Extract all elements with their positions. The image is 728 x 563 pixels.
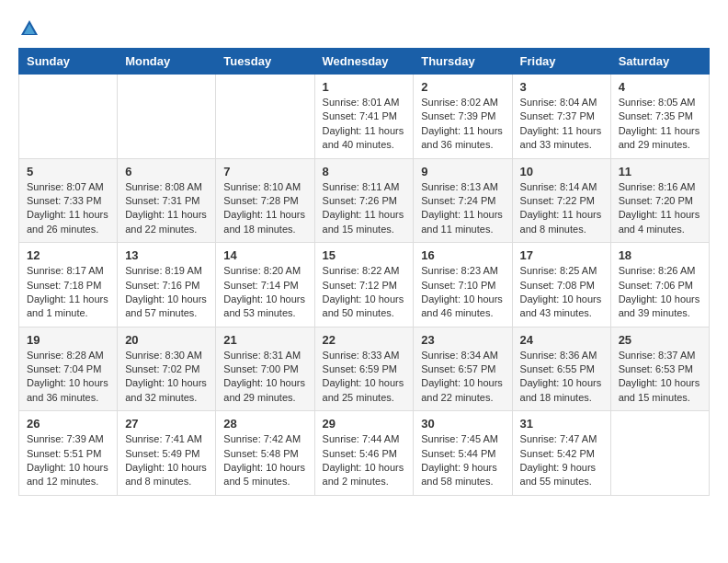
calendar-cell: 15Sunrise: 8:22 AM Sunset: 7:12 PM Dayli… xyxy=(314,243,414,327)
calendar-cell: 31Sunrise: 7:47 AM Sunset: 5:42 PM Dayli… xyxy=(512,411,610,496)
day-info: Sunrise: 8:33 AM Sunset: 6:59 PM Dayligh… xyxy=(323,349,406,406)
day-number: 25 xyxy=(619,333,701,347)
day-info: Sunrise: 8:23 AM Sunset: 7:10 PM Dayligh… xyxy=(421,264,504,321)
day-number: 18 xyxy=(619,248,701,262)
calendar-cell xyxy=(118,75,216,159)
day-number: 1 xyxy=(323,80,406,94)
weekday-friday: Friday xyxy=(512,49,610,75)
day-info: Sunrise: 8:16 AM Sunset: 7:20 PM Dayligh… xyxy=(619,180,701,237)
logo xyxy=(18,18,40,39)
day-info: Sunrise: 7:44 AM Sunset: 5:46 PM Dayligh… xyxy=(323,432,406,489)
day-number: 5 xyxy=(27,165,109,178)
weekday-tuesday: Tuesday xyxy=(216,49,314,75)
calendar-cell: 16Sunrise: 8:23 AM Sunset: 7:10 PM Dayli… xyxy=(414,243,512,327)
day-number: 6 xyxy=(125,165,208,178)
day-info: Sunrise: 8:14 AM Sunset: 7:22 PM Dayligh… xyxy=(520,180,603,237)
day-info: Sunrise: 8:10 AM Sunset: 7:28 PM Dayligh… xyxy=(223,180,306,237)
calendar-cell: 1Sunrise: 8:01 AM Sunset: 7:41 PM Daylig… xyxy=(314,75,414,159)
calendar-cell: 11Sunrise: 8:16 AM Sunset: 7:20 PM Dayli… xyxy=(610,158,709,243)
day-number: 28 xyxy=(223,417,306,431)
calendar-cell: 18Sunrise: 8:26 AM Sunset: 7:06 PM Dayli… xyxy=(610,243,709,327)
day-number: 17 xyxy=(520,248,603,262)
day-number: 20 xyxy=(125,333,208,347)
day-number: 22 xyxy=(323,333,406,347)
weekday-saturday: Saturday xyxy=(610,49,709,75)
day-number: 21 xyxy=(223,333,306,347)
day-info: Sunrise: 8:11 AM Sunset: 7:26 PM Dayligh… xyxy=(323,180,406,237)
calendar-cell: 29Sunrise: 7:44 AM Sunset: 5:46 PM Dayli… xyxy=(314,411,414,496)
day-info: Sunrise: 8:31 AM Sunset: 7:00 PM Dayligh… xyxy=(223,349,306,406)
day-info: Sunrise: 8:20 AM Sunset: 7:14 PM Dayligh… xyxy=(223,264,306,321)
day-info: Sunrise: 7:41 AM Sunset: 5:49 PM Dayligh… xyxy=(125,432,208,489)
calendar-week-3: 12Sunrise: 8:17 AM Sunset: 7:18 PM Dayli… xyxy=(19,243,710,327)
day-number: 4 xyxy=(619,80,701,94)
day-info: Sunrise: 7:45 AM Sunset: 5:44 PM Dayligh… xyxy=(421,432,504,489)
day-info: Sunrise: 8:26 AM Sunset: 7:06 PM Dayligh… xyxy=(619,264,701,321)
day-number: 9 xyxy=(421,165,504,178)
day-number: 8 xyxy=(323,165,406,178)
day-number: 11 xyxy=(619,165,701,178)
calendar-cell: 5Sunrise: 8:07 AM Sunset: 7:33 PM Daylig… xyxy=(19,158,118,243)
calendar-cell xyxy=(216,75,314,159)
day-number: 15 xyxy=(323,248,406,262)
calendar-table: SundayMondayTuesdayWednesdayThursdayFrid… xyxy=(18,48,710,496)
calendar-body: 1Sunrise: 8:01 AM Sunset: 7:41 PM Daylig… xyxy=(19,75,710,496)
calendar-week-4: 19Sunrise: 8:28 AM Sunset: 7:04 PM Dayli… xyxy=(19,327,710,411)
day-number: 19 xyxy=(27,333,109,347)
day-info: Sunrise: 8:02 AM Sunset: 7:39 PM Dayligh… xyxy=(421,96,504,153)
calendar-cell: 21Sunrise: 8:31 AM Sunset: 7:00 PM Dayli… xyxy=(216,327,314,411)
day-number: 27 xyxy=(125,417,208,431)
day-number: 12 xyxy=(27,248,109,262)
day-info: Sunrise: 7:47 AM Sunset: 5:42 PM Dayligh… xyxy=(520,432,603,489)
day-number: 23 xyxy=(421,333,504,347)
day-info: Sunrise: 8:30 AM Sunset: 7:02 PM Dayligh… xyxy=(125,349,208,406)
day-info: Sunrise: 8:01 AM Sunset: 7:41 PM Dayligh… xyxy=(323,96,406,153)
day-info: Sunrise: 8:19 AM Sunset: 7:16 PM Dayligh… xyxy=(125,264,208,321)
calendar-cell: 13Sunrise: 8:19 AM Sunset: 7:16 PM Dayli… xyxy=(118,243,216,327)
calendar-cell: 28Sunrise: 7:42 AM Sunset: 5:48 PM Dayli… xyxy=(216,411,314,496)
day-info: Sunrise: 8:13 AM Sunset: 7:24 PM Dayligh… xyxy=(421,180,504,237)
calendar-cell: 14Sunrise: 8:20 AM Sunset: 7:14 PM Dayli… xyxy=(216,243,314,327)
calendar-cell: 17Sunrise: 8:25 AM Sunset: 7:08 PM Dayli… xyxy=(512,243,610,327)
logo-text xyxy=(18,18,40,39)
calendar-cell: 24Sunrise: 8:36 AM Sunset: 6:55 PM Dayli… xyxy=(512,327,610,411)
day-number: 31 xyxy=(520,417,603,431)
day-info: Sunrise: 8:25 AM Sunset: 7:08 PM Dayligh… xyxy=(520,264,603,321)
day-info: Sunrise: 8:37 AM Sunset: 6:53 PM Dayligh… xyxy=(619,349,701,406)
day-info: Sunrise: 7:39 AM Sunset: 5:51 PM Dayligh… xyxy=(27,432,109,489)
day-number: 24 xyxy=(520,333,603,347)
day-number: 13 xyxy=(125,248,208,262)
logo-icon xyxy=(19,18,40,39)
weekday-monday: Monday xyxy=(118,49,216,75)
day-number: 10 xyxy=(520,165,603,178)
day-number: 16 xyxy=(421,248,504,262)
page-header xyxy=(18,18,710,39)
day-info: Sunrise: 8:05 AM Sunset: 7:35 PM Dayligh… xyxy=(619,96,701,153)
day-info: Sunrise: 8:07 AM Sunset: 7:33 PM Dayligh… xyxy=(27,180,109,237)
day-info: Sunrise: 8:04 AM Sunset: 7:37 PM Dayligh… xyxy=(520,96,603,153)
calendar-cell: 8Sunrise: 8:11 AM Sunset: 7:26 PM Daylig… xyxy=(314,158,414,243)
calendar-cell: 9Sunrise: 8:13 AM Sunset: 7:24 PM Daylig… xyxy=(414,158,512,243)
day-number: 2 xyxy=(421,80,504,94)
weekday-sunday: Sunday xyxy=(19,49,118,75)
calendar-cell: 6Sunrise: 8:08 AM Sunset: 7:31 PM Daylig… xyxy=(118,158,216,243)
calendar-cell xyxy=(610,411,709,496)
day-info: Sunrise: 8:34 AM Sunset: 6:57 PM Dayligh… xyxy=(421,349,504,406)
calendar-cell: 3Sunrise: 8:04 AM Sunset: 7:37 PM Daylig… xyxy=(512,75,610,159)
day-info: Sunrise: 8:17 AM Sunset: 7:18 PM Dayligh… xyxy=(27,264,109,321)
calendar-cell xyxy=(19,75,118,159)
calendar-cell: 25Sunrise: 8:37 AM Sunset: 6:53 PM Dayli… xyxy=(610,327,709,411)
day-number: 30 xyxy=(421,417,504,431)
day-number: 26 xyxy=(27,417,109,431)
day-info: Sunrise: 8:36 AM Sunset: 6:55 PM Dayligh… xyxy=(520,349,603,406)
calendar-cell: 7Sunrise: 8:10 AM Sunset: 7:28 PM Daylig… xyxy=(216,158,314,243)
calendar-cell: 27Sunrise: 7:41 AM Sunset: 5:49 PM Dayli… xyxy=(118,411,216,496)
day-number: 14 xyxy=(223,248,306,262)
day-info: Sunrise: 7:42 AM Sunset: 5:48 PM Dayligh… xyxy=(223,432,306,489)
day-info: Sunrise: 8:28 AM Sunset: 7:04 PM Dayligh… xyxy=(27,349,109,406)
day-info: Sunrise: 8:08 AM Sunset: 7:31 PM Dayligh… xyxy=(125,180,208,237)
day-number: 7 xyxy=(223,165,306,178)
calendar-week-1: 1Sunrise: 8:01 AM Sunset: 7:41 PM Daylig… xyxy=(19,75,710,159)
day-number: 29 xyxy=(323,417,406,431)
calendar-cell: 2Sunrise: 8:02 AM Sunset: 7:39 PM Daylig… xyxy=(414,75,512,159)
